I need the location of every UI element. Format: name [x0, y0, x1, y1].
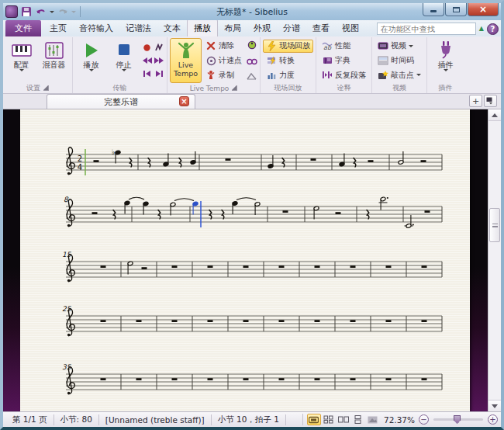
live-playback-button[interactable]: 现场回放	[263, 40, 313, 53]
scrollbar-thumb[interactable]	[489, 208, 500, 242]
performance-button[interactable]: ab 性能	[319, 40, 369, 53]
save-icon[interactable]	[20, 6, 33, 18]
minimize-button[interactable]	[423, 3, 444, 16]
view-mode-buttons	[302, 414, 380, 425]
scroll-up-button[interactable]	[488, 109, 501, 121]
go-to-start-button[interactable]	[141, 68, 153, 81]
clear-button[interactable]: 清除	[202, 40, 245, 53]
live-tempo-dialog-launcher-icon[interactable]	[232, 85, 237, 91]
ribbon-search-input[interactable]	[377, 23, 476, 35]
dictionary-button[interactable]: 字典	[319, 54, 369, 68]
undo-icon[interactable]	[35, 6, 47, 18]
plugins-button[interactable]: 插件	[430, 38, 461, 83]
beat-loop-icon[interactable]	[247, 54, 257, 68]
mixer-button[interactable]: 混音器	[38, 38, 70, 83]
app-icon[interactable]	[5, 5, 18, 18]
view-mode-horizontal-button[interactable]	[337, 414, 350, 425]
help-button[interactable]: ?	[487, 23, 499, 35]
svg-text:35: 35	[62, 363, 72, 371]
score-canvas[interactable]: 24♭8152535	[3, 109, 501, 411]
plugins-dropdown-icon	[444, 69, 448, 71]
view-mode-panorama-button[interactable]	[307, 414, 321, 425]
minimize-icon	[430, 10, 437, 12]
tab-view[interactable]: 视图	[336, 20, 365, 36]
ribbon-group-video: 视频 时间码 敲击点 视频	[372, 37, 427, 93]
tab-note-input[interactable]: 音符输入	[73, 20, 119, 36]
vertical-scrollbar[interactable]	[488, 109, 501, 411]
stop-label: 停止	[116, 61, 132, 69]
transform-button[interactable]: 转换	[263, 54, 313, 68]
document-tab-full-score[interactable]: 完整乐谱 ×	[47, 94, 195, 109]
qat-separator	[80, 6, 81, 17]
view-mode-single-page-button[interactable]	[366, 414, 380, 425]
view-mode-vertical-button[interactable]	[351, 414, 365, 425]
tab-home[interactable]: 主页	[43, 20, 73, 36]
tab-parts[interactable]: 分谱	[277, 20, 306, 36]
play-label: 播放	[84, 61, 99, 69]
zoom-slider-track[interactable]	[433, 418, 483, 421]
maximize-button[interactable]	[445, 3, 467, 16]
undo-dropdown-icon[interactable]	[50, 11, 54, 13]
tap-points-icon	[205, 55, 216, 66]
record-live-tempo-button[interactable]: 录制	[202, 68, 245, 81]
new-tab-button[interactable]: +	[469, 95, 482, 107]
scrollbar-track[interactable]	[488, 121, 501, 400]
tempo-knob-icon[interactable]	[247, 38, 257, 53]
tab-notations[interactable]: 记谱法	[119, 20, 157, 36]
fast-forward-button[interactable]	[153, 54, 164, 68]
zoom-slider-thumb[interactable]	[454, 415, 461, 424]
document-tab-close-button[interactable]: ×	[179, 96, 189, 106]
tab-play[interactable]: 播放	[187, 19, 218, 36]
redo-icon[interactable]	[57, 6, 69, 18]
live-tempo-mini-buttons	[246, 38, 257, 83]
book-icon	[322, 55, 333, 66]
video-button[interactable]: 视频	[375, 40, 424, 53]
tab-file[interactable]: 文件	[5, 20, 41, 36]
tab-appearance[interactable]: 外观	[247, 20, 277, 36]
clear-label: 清除	[219, 40, 234, 51]
velocities-button[interactable]: 力度	[263, 68, 313, 81]
tab-text[interactable]: 文本	[157, 20, 187, 36]
window-switch-icon	[486, 97, 495, 105]
redo-dropdown-icon[interactable]	[71, 11, 76, 13]
stop-dropdown-icon	[122, 69, 126, 71]
view-mode-spread-button[interactable]	[322, 414, 336, 425]
zoom-out-button[interactable]: −	[419, 414, 429, 425]
hit-points-button[interactable]: 敲击点	[375, 68, 424, 81]
scroll-down-button[interactable]	[488, 400, 501, 411]
repeats-icon	[322, 70, 333, 81]
svg-text:2: 2	[78, 154, 82, 163]
scroll-up-icon	[492, 113, 498, 117]
play-dropdown-icon	[89, 69, 94, 71]
svg-text:25: 25	[62, 305, 72, 313]
document-tab-bar: 完整乐谱 × +	[3, 94, 501, 109]
go-to-end-button[interactable]	[153, 68, 164, 81]
rewind-button[interactable]	[141, 54, 153, 68]
lightning-icon	[266, 40, 277, 51]
svg-text:4: 4	[78, 163, 82, 172]
move-playback-line-button[interactable]	[153, 41, 164, 54]
window-controls: ×	[422, 3, 499, 16]
tempo-curve-icon[interactable]	[247, 68, 257, 83]
configuration-button[interactable]: 配置	[5, 38, 37, 83]
group-label-interpretation: 诠释	[337, 83, 351, 93]
tab-review[interactable]: 查看	[306, 20, 336, 36]
live-tempo-button[interactable]: Live Tempo	[170, 38, 202, 83]
play-button[interactable]: 播放	[75, 38, 107, 83]
live-tempo-label: Live Tempo	[171, 61, 201, 78]
conductor-icon	[176, 40, 196, 61]
timecode-button[interactable]: 时间码	[375, 54, 424, 68]
stop-button[interactable]: 停止	[108, 38, 140, 83]
zoom-in-button[interactable]: +	[488, 414, 498, 425]
stop-icon	[117, 40, 131, 61]
setup-dialog-launcher-icon[interactable]	[43, 85, 49, 91]
close-button[interactable]: ×	[468, 3, 499, 16]
record-button[interactable]	[141, 41, 153, 54]
configuration-label: 配置	[14, 61, 29, 69]
tab-layout[interactable]: 布局	[218, 20, 247, 36]
mixer-label: 混音器	[43, 61, 66, 69]
tap-points-button[interactable]: 计速点	[202, 54, 245, 68]
switch-tabs-button[interactable]	[484, 95, 497, 107]
collapse-ribbon-icon[interactable]: ▲	[479, 26, 484, 32]
repeats-button[interactable]: 反复段落	[319, 68, 369, 81]
